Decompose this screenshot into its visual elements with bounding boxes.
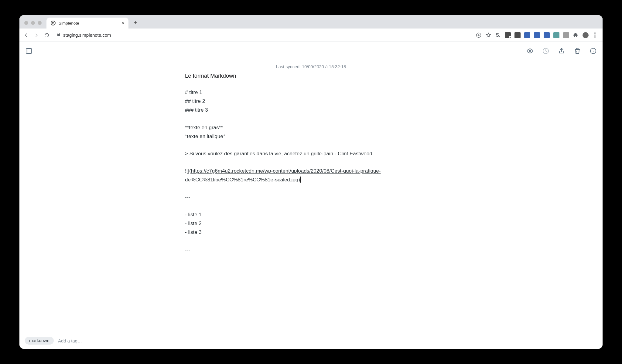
window-minimize-dot[interactable]: [31, 21, 35, 25]
svg-rect-1: [26, 49, 32, 53]
note-line-hr2: ---: [185, 245, 437, 254]
info-button[interactable]: [589, 47, 597, 55]
profile-avatar-icon[interactable]: [583, 32, 589, 38]
note-line-image: ![](https://c7g6m4u2.rocketcdn.me/wp-con…: [185, 167, 437, 184]
browser-actions: S. 4: [476, 32, 599, 38]
browser-menu-button[interactable]: [592, 32, 598, 38]
sidebar-toggle-button[interactable]: [25, 47, 33, 55]
extension-icon-4[interactable]: [524, 32, 530, 38]
nav-forward-button[interactable]: [33, 32, 39, 38]
note-line-li2: - liste 2: [185, 219, 437, 228]
extension-icon-5[interactable]: [534, 32, 540, 38]
close-tab-icon[interactable]: ×: [121, 21, 124, 25]
lock-icon: [56, 32, 61, 38]
note-line-h3: ### titre 3: [185, 106, 437, 114]
history-button[interactable]: [542, 47, 550, 55]
simplenote-favicon-icon: [51, 21, 56, 25]
share-button[interactable]: [558, 47, 566, 55]
extension-icon-6[interactable]: [544, 32, 550, 38]
extension-icon-2[interactable]: 4: [505, 32, 511, 38]
note-line-h2: ## titre 2: [185, 97, 437, 106]
url-text: staging.simplenote.com: [63, 32, 111, 38]
bookmark-star-icon[interactable]: [485, 32, 491, 38]
note-line-li3: - liste 3: [185, 228, 437, 237]
tag-bar: markdown Add a tag…: [19, 332, 603, 349]
browser-window: Simplenote × + staging.simplenote.com: [19, 15, 603, 349]
svg-point-2: [529, 50, 531, 52]
tab-title: Simplenote: [59, 21, 118, 25]
window-close-dot[interactable]: [24, 21, 28, 25]
note-line-li1: - liste 1: [185, 210, 437, 219]
note-line-h1: # titre 1: [185, 88, 437, 97]
browser-titlebar: Simplenote × +: [19, 15, 603, 29]
extensions-menu-icon[interactable]: [573, 32, 579, 38]
browser-address-bar: staging.simplenote.com S. 4: [19, 29, 603, 42]
address-field[interactable]: staging.simplenote.com: [54, 32, 471, 38]
nav-back-button[interactable]: [23, 32, 29, 38]
window-controls: [22, 21, 45, 29]
extension-icon-3[interactable]: [514, 32, 521, 38]
note-body[interactable]: Le format Markdown # titre 1 ## titre 2 …: [185, 71, 437, 254]
note-editor-area[interactable]: Last synced: 10/09/2020 à 15:32:18 Le fo…: [19, 60, 603, 332]
browser-tab[interactable]: Simplenote ×: [46, 18, 128, 29]
note-line-quote: > Si vous voulez des garanties dans la v…: [185, 149, 437, 158]
note-title: Le format Markdown: [185, 71, 437, 81]
preview-button[interactable]: [526, 47, 534, 55]
add-tag-input[interactable]: Add a tag…: [58, 338, 82, 343]
image-url[interactable]: https://c7g6m4u2.rocketcdn.me/wp-content…: [185, 168, 381, 183]
note-line-bold: **texte en gras**: [185, 123, 437, 132]
tag-chip[interactable]: markdown: [25, 337, 54, 345]
image-markdown-prefix: ![](: [185, 168, 191, 174]
app-toolbar: [19, 42, 603, 60]
extension-s-icon[interactable]: S.: [495, 32, 501, 38]
trash-button[interactable]: [573, 47, 581, 55]
note-line-hr1: ---: [185, 193, 437, 202]
sync-status: Last synced: 10/09/2020 à 15:32:18: [276, 64, 346, 69]
note-line-italic: *texte en italique*: [185, 132, 437, 141]
add-to-reading-list-icon[interactable]: [476, 32, 482, 38]
extension-icon-7[interactable]: [553, 32, 559, 38]
window-zoom-dot[interactable]: [38, 21, 42, 25]
nav-reload-button[interactable]: [44, 32, 50, 38]
image-markdown-suffix: ): [298, 177, 301, 183]
new-tab-button[interactable]: +: [131, 18, 140, 27]
extension-icon-8[interactable]: [563, 32, 569, 38]
